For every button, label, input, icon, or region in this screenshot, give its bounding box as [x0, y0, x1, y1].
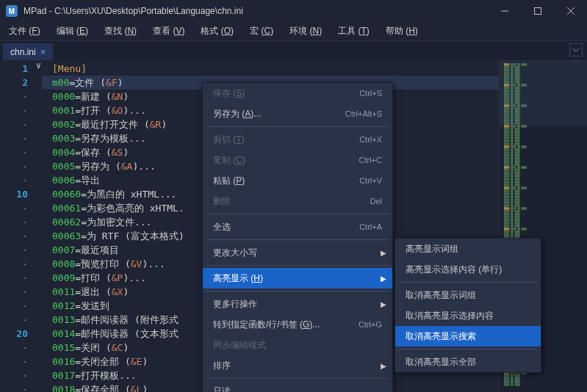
menu-shortcut: Ctrl+S — [359, 89, 382, 98]
menu-item-label: 删除 — [213, 195, 370, 208]
menu-item[interactable]: 另存为 (A)...Ctrl+Alt+S — [203, 104, 392, 124]
menu-item: 同步编辑模式 — [203, 335, 392, 355]
line-number: 2 — [0, 76, 28, 90]
menu-item-label: 高亮显示词组 — [406, 243, 530, 255]
menu-shortcut: Ctrl+Alt+S — [345, 109, 382, 118]
tabbar: chn.ini × — [0, 41, 587, 60]
menu-item[interactable]: 环境 (N) — [289, 25, 322, 37]
menu-shortcut: Ctrl+G — [359, 320, 382, 329]
menu-item-label: 只读 — [213, 385, 382, 393]
menu-item-label: 排序 — [213, 360, 382, 372]
menu-item[interactable]: 更改大小写▶ — [203, 242, 392, 263]
fold-icon[interactable]: ∨ — [35, 60, 42, 392]
line-number: · — [0, 299, 28, 313]
line-number: · — [0, 145, 28, 159]
maximize-button[interactable] — [521, 0, 554, 22]
menu-item-label: 取消高亮显示搜索 — [406, 330, 530, 343]
svg-rect-1 — [534, 8, 541, 15]
line-gutter: 12·······10·········20······ — [0, 60, 35, 392]
menu-item[interactable]: 查看 (V) — [153, 25, 184, 37]
minimap-viewport[interactable] — [500, 60, 587, 126]
menu-item-label: 同步编辑模式 — [213, 339, 382, 352]
line-number: · — [0, 271, 28, 285]
menu-item: 剪切 (T)Ctrl+X — [203, 129, 392, 150]
menu-item[interactable]: 格式 (O) — [201, 25, 234, 37]
tab-close-icon[interactable]: × — [40, 46, 46, 57]
menu-item[interactable]: 取消高亮显示全部 — [395, 352, 541, 372]
menu-separator — [398, 282, 538, 283]
menu-item-label: 转到指定函数/行/书签 (G)... — [213, 319, 359, 331]
menu-separator — [398, 349, 538, 349]
menu-separator — [206, 239, 389, 240]
titlebar: M MPad - C:\Users\XU\Desktop\Portable\La… — [0, 0, 587, 22]
menu-item[interactable]: 高亮显示选择内容 (单行) — [395, 259, 541, 280]
menu-item[interactable]: 取消高亮显示词组 — [395, 285, 541, 305]
menu-item[interactable]: 取消高亮显示选择内容 — [395, 305, 541, 326]
menu-item: 保存 (S)Ctrl+S — [203, 83, 392, 104]
menu-shortcut: Ctrl+V — [359, 176, 382, 185]
menu-item-label: 另存为 (A)... — [213, 108, 345, 120]
close-button[interactable] — [554, 0, 587, 22]
line-number: · — [0, 369, 28, 382]
line-number: · — [0, 355, 28, 369]
submenu-arrow-icon: ▶ — [381, 249, 386, 257]
menu-item[interactable]: 全选Ctrl+A — [203, 217, 392, 237]
submenu-arrow-icon: ▶ — [381, 300, 386, 308]
submenu-arrow-icon: ▶ — [381, 362, 386, 370]
menu-item[interactable]: 排序▶ — [203, 355, 392, 376]
submenu-arrow-icon: ▶ — [381, 275, 386, 283]
menu-item-label: 高亮显示 (H) — [213, 272, 382, 285]
menu-item-label: 取消高亮显示全部 — [406, 356, 530, 369]
menu-separator — [206, 265, 389, 266]
menu-item[interactable]: 工具 (T) — [338, 25, 370, 37]
menu-separator — [206, 126, 389, 127]
menu-item-label: 更多行操作 — [213, 298, 382, 311]
menu-item[interactable]: 查找 (N) — [104, 25, 137, 37]
window-title: MPad - C:\Users\XU\Desktop\Portable\Lang… — [24, 6, 488, 16]
menu-item[interactable]: 转到指定函数/行/书签 (G)...Ctrl+G — [203, 314, 392, 335]
minimize-button[interactable] — [488, 0, 521, 22]
menu-separator — [206, 291, 389, 291]
menu-item[interactable]: 更多行操作▶ — [203, 294, 392, 314]
menu-item[interactable]: 宏 (C) — [250, 25, 273, 37]
line-number: · — [0, 90, 28, 104]
line-number: 20 — [0, 327, 28, 341]
menu-item-label: 粘贴 (P) — [213, 175, 359, 187]
menu-item-label: 剪切 (T) — [213, 134, 359, 146]
line-number: · — [0, 104, 28, 117]
app-icon: M — [6, 5, 18, 17]
context-menu: 保存 (S)Ctrl+S另存为 (A)...Ctrl+Alt+S剪切 (T)Ct… — [202, 82, 393, 392]
highlight-submenu: 高亮显示词组高亮显示选择内容 (单行)取消高亮显示词组取消高亮显示选择内容取消高… — [395, 238, 541, 373]
menu-item[interactable]: 编辑 (E) — [57, 25, 88, 37]
menu-item[interactable]: 高亮显示 (H)▶ — [203, 268, 392, 288]
line-number: · — [0, 257, 28, 271]
menu-separator — [206, 214, 389, 214]
menu-item-label: 取消高亮显示选择内容 — [406, 310, 530, 322]
menu-item-label: 全选 — [213, 221, 359, 233]
menu-item-label: 保存 (S) — [213, 87, 359, 100]
menu-item[interactable]: 取消高亮显示搜索 — [395, 326, 541, 346]
line-number: 1 — [0, 62, 28, 76]
tab-overflow-button[interactable] — [569, 43, 583, 57]
line-number: · — [0, 341, 28, 355]
menu-item[interactable]: 只读 — [203, 381, 392, 392]
menu-item[interactable]: 高亮显示词组 — [395, 239, 541, 259]
line-number: · — [0, 159, 28, 173]
menu-item-label: 复制 (C) — [213, 154, 359, 167]
line-number: · — [0, 313, 28, 327]
line-number: · — [0, 131, 28, 145]
menu-item[interactable]: 帮助 (H) — [386, 25, 418, 37]
menu-item: 删除Del — [203, 191, 392, 211]
line-number: · — [0, 243, 28, 257]
menu-item-label: 更改大小写 — [213, 247, 382, 259]
menu-item[interactable]: 粘贴 (P)Ctrl+V — [203, 170, 392, 191]
menu-item[interactable]: 文件 (F) — [9, 25, 40, 37]
menu-item-label: 高亮显示选择内容 (单行) — [406, 264, 530, 276]
line-number: · — [0, 215, 28, 229]
tab-chn-ini[interactable]: chn.ini × — [3, 43, 53, 60]
menu-shortcut: Ctrl+X — [359, 135, 382, 144]
line-number: · — [0, 201, 28, 215]
menu-separator — [206, 378, 389, 379]
line-number: · — [0, 173, 28, 187]
code-line[interactable]: [Menu] — [52, 62, 499, 76]
